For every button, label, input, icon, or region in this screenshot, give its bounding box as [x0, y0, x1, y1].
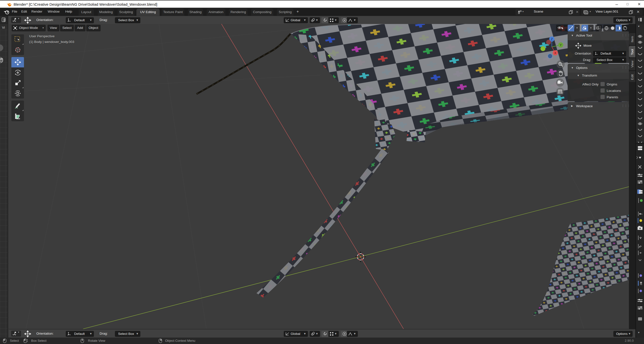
- svg-text:Y: Y: [560, 43, 562, 47]
- svg-text:X: X: [554, 51, 556, 55]
- svg-text:Z: Z: [551, 37, 552, 41]
